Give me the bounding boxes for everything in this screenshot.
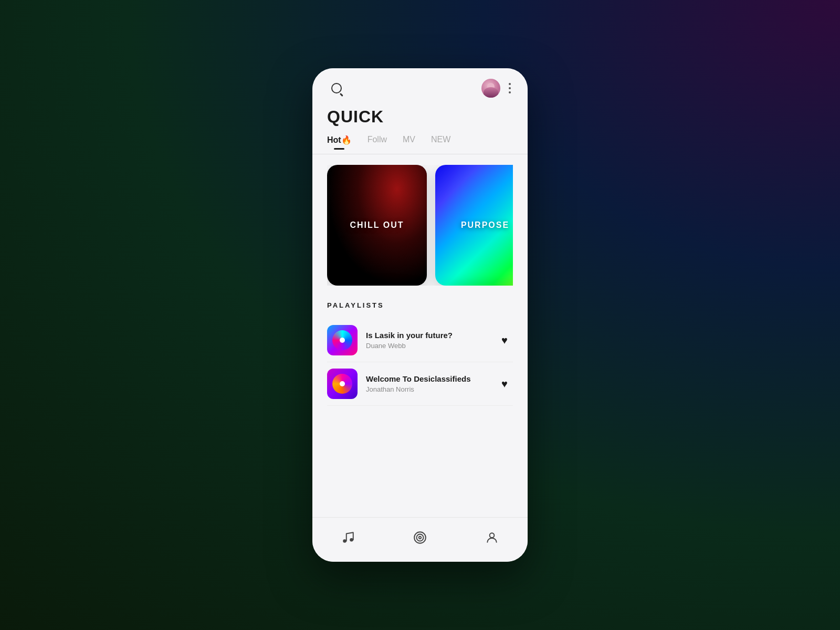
playlists-section: PALAYLISTS Is Lasik in your future? Duan… [312, 296, 528, 517]
dot [509, 87, 511, 89]
playlist-title-1: Is Lasik in your future? [366, 331, 488, 340]
svg-point-4 [419, 537, 421, 539]
disc-center-2 [340, 381, 345, 386]
playlists-section-label: PALAYLISTS [327, 301, 513, 309]
cards-scroll: CHILL OUT PURPOSE [327, 165, 513, 286]
page-title-section: QUICK [312, 103, 528, 127]
page-title: QUICK [327, 107, 513, 127]
playlist-artist-2: Jonathan Norris [366, 385, 488, 393]
search-icon [331, 83, 342, 93]
phone-container: QUICK Hot🔥 Follw MV NEW CHILL OUT [312, 68, 528, 562]
svg-point-5 [489, 533, 494, 538]
dot [509, 91, 511, 93]
playlist-item-desi[interactable]: Welcome To Desiclassifieds Jonathan Norr… [327, 362, 513, 406]
card-chill-out[interactable]: CHILL OUT [327, 165, 427, 286]
tab-new[interactable]: NEW [431, 135, 450, 154]
playlist-item-lasik[interactable]: Is Lasik in your future? Duane Webb ♥ [327, 319, 513, 362]
header [312, 68, 528, 103]
svg-point-2 [414, 532, 426, 543]
bottom-nav [312, 517, 528, 562]
disc-1 [332, 330, 352, 350]
featured-cards-section: CHILL OUT PURPOSE [312, 154, 528, 296]
tabs-bar: Hot🔥 Follw MV NEW [312, 127, 528, 154]
playlist-thumb-2 [327, 369, 358, 399]
card-purpose[interactable]: PURPOSE [435, 165, 513, 286]
playlist-info-2: Welcome To Desiclassifieds Jonathan Norr… [366, 374, 488, 393]
disc-2 [332, 374, 352, 394]
person-icon [485, 531, 499, 544]
search-button[interactable] [327, 79, 346, 98]
target-icon [413, 531, 427, 544]
card-purpose-title: PURPOSE [461, 220, 509, 230]
header-right [481, 79, 513, 98]
tab-follow-label: Follw [368, 135, 387, 144]
playlist-title-2: Welcome To Desiclassifieds [366, 374, 488, 383]
more-options-button[interactable] [507, 81, 513, 96]
playlist-info-1: Is Lasik in your future? Duane Webb [366, 331, 488, 350]
music-note-icon [341, 531, 355, 544]
tab-follow[interactable]: Follw [368, 135, 387, 154]
card-chill-title: CHILL OUT [350, 220, 404, 230]
nav-profile-button[interactable] [480, 526, 503, 549]
playlist-artist-1: Duane Webb [366, 342, 488, 350]
like-button-2[interactable]: ♥ [496, 375, 513, 392]
svg-point-0 [343, 539, 347, 543]
dot [509, 83, 511, 85]
svg-point-3 [416, 534, 423, 541]
avatar[interactable] [481, 79, 500, 98]
tab-hot[interactable]: Hot🔥 [327, 135, 352, 154]
tab-hot-label: Hot🔥 [327, 135, 352, 145]
tab-new-label: NEW [431, 135, 450, 144]
svg-point-1 [350, 538, 354, 542]
tab-mv[interactable]: MV [403, 135, 415, 154]
nav-music-button[interactable] [337, 526, 360, 549]
playlist-thumb-1 [327, 325, 358, 355]
nav-discover-button[interactable] [408, 526, 432, 549]
disc-center-1 [340, 338, 345, 343]
tab-active-indicator [334, 148, 344, 150]
like-button-1[interactable]: ♥ [496, 332, 513, 349]
tab-mv-label: MV [403, 135, 415, 144]
